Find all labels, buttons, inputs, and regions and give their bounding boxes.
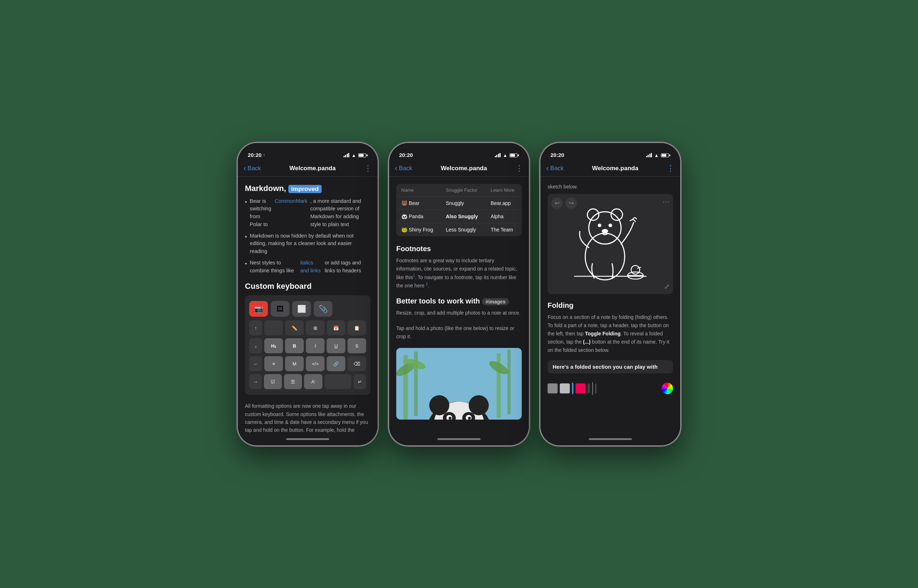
tool-pink[interactable] bbox=[576, 383, 586, 393]
tool-thin-bar-2[interactable] bbox=[595, 383, 596, 393]
nav-title-3: Welcome.panda bbox=[592, 165, 638, 172]
attach-key[interactable]: 📎 bbox=[314, 301, 332, 317]
back-button-1[interactable]: Back bbox=[243, 164, 261, 173]
tool-light-gray[interactable] bbox=[560, 383, 570, 393]
camera-key[interactable]: 📷 bbox=[249, 301, 268, 317]
footnotes-title: Footnotes bbox=[396, 245, 522, 253]
footnotes-section: Footnotes Footnotes are a great way to i… bbox=[396, 245, 522, 290]
images-title: Better tools to work with #images bbox=[396, 297, 522, 305]
bullet-item-2: Markdown is now hidden by default when n… bbox=[245, 232, 371, 255]
up-key[interactable]: ↑ bbox=[249, 320, 262, 335]
svg-point-20 bbox=[585, 233, 625, 280]
italic-key[interactable]: I bbox=[306, 338, 324, 353]
time-1: 20:20 ↑ bbox=[248, 152, 265, 158]
sketch-more-button[interactable]: ⋯ bbox=[662, 197, 670, 206]
strikethrough-key[interactable]: S bbox=[348, 338, 366, 353]
copy-key[interactable]: 📋 bbox=[348, 320, 366, 335]
tool-gray[interactable] bbox=[547, 383, 558, 393]
location-icon-1: ↑ bbox=[263, 153, 265, 157]
bear-link[interactable]: Bear.app bbox=[486, 196, 522, 210]
keyboard-desc: All formatting options are now one tap a… bbox=[245, 402, 371, 433]
bold-key[interactable]: B bbox=[285, 338, 304, 353]
list-key[interactable]: ≡ bbox=[264, 356, 283, 371]
time-2: 20:20 bbox=[399, 152, 413, 158]
home-indicator-1 bbox=[238, 433, 377, 445]
footnotes-body: Footnotes are a great way to include ter… bbox=[396, 257, 522, 290]
svg-point-17 bbox=[468, 417, 471, 420]
bear-name: 🐻Bear bbox=[396, 196, 441, 210]
cal-key[interactable]: 📅 bbox=[327, 320, 345, 335]
ellipsis-bold: (...) bbox=[583, 339, 591, 345]
link-key[interactable]: 🔗 bbox=[327, 356, 345, 371]
svg-point-26 bbox=[602, 229, 608, 233]
underline-key[interactable]: U bbox=[327, 338, 345, 353]
commonmark-link[interactable]: CommonMark bbox=[275, 197, 307, 229]
italics-link[interactable]: italics and links bbox=[300, 259, 322, 275]
table-row-bear: 🐻Bear Snuggly Bear.app bbox=[396, 196, 522, 210]
battery-icon-3 bbox=[661, 153, 670, 157]
time-3: 20:20 bbox=[550, 152, 564, 158]
table-row-panda: 🐼Panda Also Snuggly Alpha bbox=[396, 210, 522, 223]
table-header-row: Name Snuggle Factor Learn More bbox=[396, 184, 522, 197]
empty-key[interactable] bbox=[264, 320, 283, 335]
svg-point-23 bbox=[611, 209, 623, 220]
content-scroll-1[interactable]: Markdown, improved Bear is switching fro… bbox=[238, 177, 377, 433]
check-key[interactable]: ☑ bbox=[264, 374, 282, 389]
space-key[interactable] bbox=[324, 374, 351, 389]
undo-button[interactable]: ↩ bbox=[551, 197, 563, 209]
wifi-icon-3: ▲ bbox=[654, 153, 659, 158]
scan-key[interactable]: ⬜ bbox=[292, 301, 311, 317]
svg-point-16 bbox=[448, 417, 452, 420]
images-body2: Tap and hold a photo (like the one below… bbox=[396, 324, 522, 341]
more-button-2[interactable]: ⋮ bbox=[515, 164, 523, 173]
bear-factor: Snuggly bbox=[441, 196, 486, 210]
font-key[interactable]: A' bbox=[304, 374, 322, 389]
more-button-1[interactable]: ⋮ bbox=[364, 164, 372, 173]
folding-body: Focus on a section of a note by folding … bbox=[547, 313, 673, 354]
tool-blue-line[interactable] bbox=[572, 383, 573, 394]
nav-title-1: Welcome.panda bbox=[290, 165, 336, 172]
svg-point-27 bbox=[631, 265, 640, 274]
delete-key[interactable]: ⌫ bbox=[348, 356, 366, 371]
frog-name: 🐸Shiny Frog bbox=[396, 223, 441, 236]
phone-3: 20:20 ▲ Back Welcome. bbox=[541, 143, 680, 445]
phone-2: 20:20 ▲ Back Welcome. bbox=[389, 143, 529, 445]
code-key[interactable]: </> bbox=[306, 356, 324, 371]
status-icons-3: ▲ bbox=[646, 153, 670, 158]
phone-2-content: Name Snuggle Factor Learn More 🐻Bear Snu… bbox=[389, 177, 529, 433]
phones-container: 20:20 ↑ ▲ Back bbox=[238, 143, 680, 445]
home-bar-1 bbox=[286, 438, 329, 440]
m-key[interactable]: M bbox=[285, 356, 304, 371]
bear-emoji: 🐻 bbox=[401, 200, 407, 206]
left-key[interactable]: ← bbox=[249, 356, 262, 371]
tool-dark-bar[interactable] bbox=[588, 383, 590, 393]
image-key[interactable]: 🖼 bbox=[271, 301, 290, 317]
notch-2 bbox=[430, 143, 488, 155]
right-key[interactable]: → bbox=[249, 374, 262, 389]
panda-link[interactable]: Alpha bbox=[486, 210, 522, 223]
redo-button[interactable]: ↪ bbox=[565, 197, 577, 209]
back-button-3[interactable]: Back bbox=[546, 164, 564, 173]
back-button-2[interactable]: Back bbox=[395, 164, 412, 173]
pen-key[interactable]: ✏️ bbox=[285, 320, 304, 335]
tool-thin-bar[interactable] bbox=[592, 382, 593, 395]
color-wheel-button[interactable] bbox=[662, 383, 673, 394]
content-scroll-2[interactable]: Name Snuggle Factor Learn More 🐻Bear Snu… bbox=[389, 177, 529, 433]
sketch-area[interactable]: ↩ ↪ ⋯ bbox=[547, 194, 673, 294]
down-key[interactable]: ↓ bbox=[249, 338, 262, 353]
align-key[interactable]: ☰ bbox=[284, 374, 302, 389]
keyboard-top-row: 📷 🖼 ⬜ 📎 bbox=[249, 301, 366, 317]
h1-key[interactable]: H₁ bbox=[264, 338, 283, 353]
notch-3 bbox=[582, 143, 639, 155]
table-key[interactable]: ⊞ bbox=[306, 320, 324, 335]
nav-bar-3: Back Welcome.panda ⋮ bbox=[541, 161, 680, 177]
folding-title: Folding bbox=[547, 301, 673, 310]
resize-icon[interactable]: ⤢ bbox=[664, 283, 670, 291]
more-button-3[interactable]: ⋮ bbox=[667, 164, 675, 173]
return-key[interactable]: ↵ bbox=[354, 374, 366, 389]
svg-point-22 bbox=[588, 209, 599, 220]
markdown-heading: Markdown, improved bbox=[245, 184, 371, 193]
signal-icon-3 bbox=[646, 153, 652, 157]
content-scroll-3[interactable]: sketch below. ↩ ↪ ⋯ bbox=[541, 177, 680, 433]
frog-link[interactable]: The Team bbox=[486, 223, 522, 236]
